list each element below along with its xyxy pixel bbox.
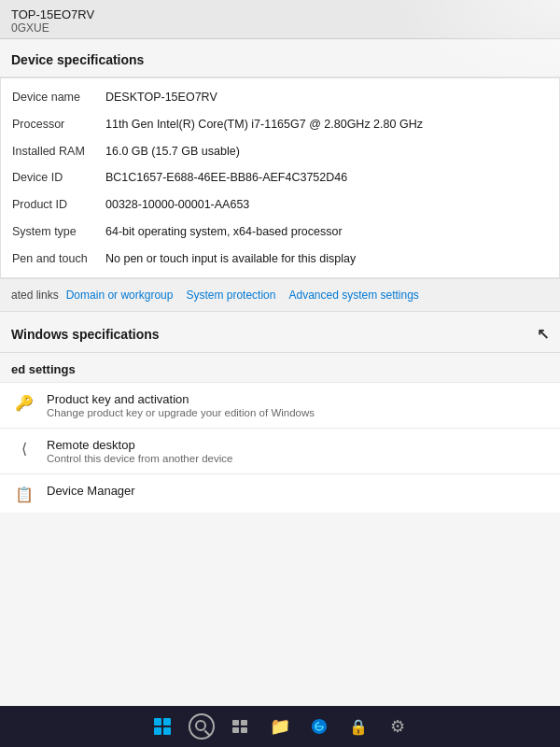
settings-item-title: Device Manager	[47, 484, 135, 498]
related-link[interactable]: Advanced system settings	[288, 289, 418, 302]
device-specs-title: Device specifications	[11, 52, 144, 67]
settings-item-icon: 📋	[11, 486, 37, 503]
spec-row: Pen and touch No pen or touch input is a…	[1, 246, 559, 273]
settings-item-icon: ⟨	[11, 440, 37, 458]
settings-item-title: Product key and activation	[47, 392, 315, 406]
settings-item-title: Remote desktop	[47, 438, 232, 452]
svg-rect-0	[232, 720, 239, 726]
spec-label: Device name	[12, 89, 105, 106]
spec-value: 00328-10000-00001-AA653	[105, 196, 548, 214]
cursor-icon: ↖	[537, 325, 549, 343]
related-links-label: ated links	[11, 289, 59, 302]
spec-row: Installed RAM 16.0 GB (15.7 GB usable)	[1, 138, 559, 165]
spec-label: Product ID	[12, 196, 105, 214]
spec-value: 16.0 GB (15.7 GB usable)	[105, 143, 548, 161]
top-header: TOP-15EO7RV 0GXUE	[0, 0, 560, 39]
related-links: ated links Domain or workgroupSystem pro…	[0, 278, 560, 312]
settings-item[interactable]: 📋 Device Manager	[0, 473, 560, 513]
main-content: Device specifications Device name DESKTO…	[0, 39, 560, 730]
specs-table: Device name DESKTOP-15EO7RV Processor 11…	[0, 78, 560, 278]
taskview-button[interactable]	[227, 712, 255, 740]
screen: TOP-15EO7RV 0GXUE Device specifications …	[0, 0, 560, 747]
spec-row: Device name DESKTOP-15EO7RV	[1, 84, 559, 111]
spec-label: Installed RAM	[12, 143, 105, 161]
device-specs-header: Device specifications	[0, 39, 560, 78]
svg-rect-1	[241, 720, 247, 726]
edge-browser-button[interactable]	[305, 712, 333, 740]
windows-start-button[interactable]	[148, 712, 176, 740]
settings-item[interactable]: ⟨ Remote desktop Control this device fro…	[0, 428, 560, 473]
svg-rect-2	[232, 727, 239, 733]
taskbar: 📁 🔒 ⚙	[0, 706, 560, 747]
settings-item[interactable]: 🔑 Product key and activation Change prod…	[0, 382, 560, 428]
header-line1: TOP-15EO7RV	[11, 7, 549, 21]
settings-item-desc: Change product key or upgrade your editi…	[47, 407, 315, 418]
lock-screen-button[interactable]: 🔒	[344, 712, 372, 740]
spec-row: Processor 11th Gen Intel(R) Core(TM) i7-…	[1, 111, 559, 138]
spec-label: Device ID	[12, 169, 105, 187]
spec-value: 64-bit operating system, x64-based proce…	[105, 223, 548, 241]
spec-row: Device ID BC1C1657-E688-46EE-BB86-AEF4C3…	[1, 164, 559, 191]
settings-button[interactable]: ⚙	[384, 712, 412, 740]
settings-items-container: 🔑 Product key and activation Change prod…	[0, 382, 560, 513]
search-button[interactable]	[188, 712, 216, 740]
spec-value: DESKTOP-15EO7RV	[105, 89, 548, 106]
spec-row: System type 64-bit operating system, x64…	[1, 218, 559, 246]
windows-specs-title: Windows specifications	[11, 327, 160, 342]
related-settings-label: ed settings	[0, 353, 560, 382]
related-link[interactable]: System protection	[186, 289, 275, 302]
spec-label: Processor	[12, 116, 105, 134]
spec-row: Product ID 00328-10000-00001-AA653	[1, 191, 559, 218]
settings-item-icon: 🔑	[11, 394, 37, 412]
spec-value: 11th Gen Intel(R) Core(TM) i7-1165G7 @ 2…	[105, 116, 548, 134]
settings-item-desc: Control this device from another device	[47, 453, 232, 464]
spec-value: BC1C1657-E688-46EE-BB86-AEF4C3752D46	[105, 169, 548, 187]
svg-rect-3	[241, 727, 247, 733]
spec-label: Pen and touch	[12, 250, 105, 268]
windows-specs-header: Windows specifications ↖	[0, 312, 560, 353]
spec-value: No pen or touch input is available for t…	[105, 250, 548, 268]
file-explorer-button[interactable]: 📁	[266, 712, 294, 740]
spec-label: System type	[12, 223, 105, 241]
header-line2: 0GXUE	[11, 21, 549, 35]
related-link[interactable]: Domain or workgroup	[66, 289, 174, 302]
